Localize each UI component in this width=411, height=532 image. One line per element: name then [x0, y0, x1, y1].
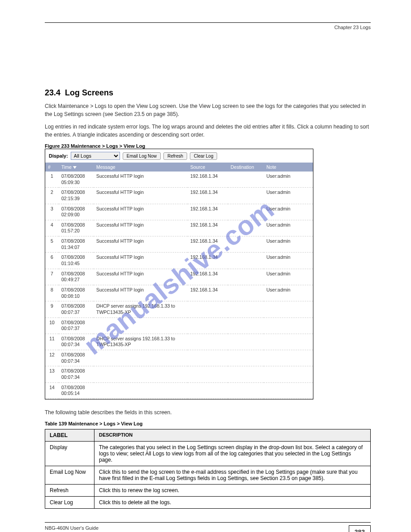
section-number: 23.4 [45, 88, 60, 97]
col-header-source[interactable]: Source [188, 163, 228, 172]
figure-caption: Figure 233 Maintenance > Logs > View Log [45, 143, 371, 149]
display-label: Dispaly: [49, 153, 68, 159]
cell-destination [228, 350, 264, 366]
cell-note [264, 366, 313, 382]
clear-log-button[interactable]: Clear Log [190, 152, 217, 160]
col-header-note[interactable]: Note [264, 163, 313, 172]
cell-message: Successful HTTP login [94, 172, 188, 188]
col-header-message[interactable]: Message [94, 163, 188, 172]
cell-time: 07/08/200802:09:00 [59, 204, 94, 220]
cell-num: 8 [45, 285, 59, 301]
page-footer: NBG-460N User's Guide 383 [45, 522, 371, 532]
cell-note: User:admin [264, 269, 313, 285]
footer-text: NBG-460N User's Guide [45, 525, 98, 531]
cell-message [94, 382, 188, 399]
cell-source [188, 350, 228, 366]
cell-note [264, 301, 313, 317]
cell-note: User:admin [264, 188, 313, 204]
cell-message [94, 317, 188, 334]
table-row: 807/08/200800:08:10Successful HTTP login… [45, 285, 313, 301]
table-row: 307/08/200802:09:00Successful HTTP login… [45, 204, 313, 220]
cell-message: Successful HTTP login [94, 285, 188, 301]
col-header-num[interactable]: # [45, 163, 59, 172]
cell-num: 1 [45, 172, 59, 188]
refresh-button[interactable]: Refresh [163, 152, 187, 160]
cell-num: 12 [45, 350, 59, 366]
page-number: 383 [349, 525, 371, 532]
cell-message: Successful HTTP login [94, 236, 188, 253]
cell-time: 07/08/200802:15:39 [59, 188, 94, 204]
table-row: Email Log NowClick this to send the log … [45, 466, 371, 484]
cell-source: 192.168.1.34 [188, 188, 228, 204]
cell-message: Successful HTTP login [94, 204, 188, 220]
cell-message: Successful HTTP login [94, 188, 188, 204]
cell-note: User:admin [264, 253, 313, 269]
cell-time: 07/08/200800:07:34 [59, 350, 94, 366]
cell-message [94, 366, 188, 382]
desc-text: The categories that you select in the Lo… [94, 441, 371, 466]
cell-source: 192.168.1.34 [188, 172, 228, 188]
section-intro-2: Log entries in red indicate system error… [45, 123, 371, 139]
cell-destination [228, 220, 264, 236]
cell-source: 192.168.1.34 [188, 220, 228, 236]
desc-head-desc: DESCRIPTION [94, 429, 371, 441]
cell-message [94, 350, 188, 366]
cell-source: 192.168.1.34 [188, 204, 228, 220]
cell-destination [228, 204, 264, 220]
table-row: 507/08/200801:34:07Successful HTTP login… [45, 236, 313, 253]
desc-label: Display [45, 441, 94, 466]
cell-num: 6 [45, 253, 59, 269]
cell-time: 07/08/200805:09:30 [59, 172, 94, 188]
table-row: Clear LogClick this to delete all the lo… [45, 496, 371, 508]
cell-num: 9 [45, 301, 59, 317]
cell-destination [228, 285, 264, 301]
cell-time: 07/08/200800:07:34 [59, 334, 94, 350]
cell-destination [228, 236, 264, 253]
screenshot: manualshive.com Dispaly: All Logs Email … [45, 149, 313, 399]
table-row: 607/08/200801:10:45Successful HTTP login… [45, 253, 313, 269]
cell-time: 07/08/200800:05:14 [59, 382, 94, 399]
cell-time: 07/08/200800:07:37 [59, 301, 94, 317]
desc-label: Refresh [45, 484, 94, 496]
cell-note: User:admin [264, 204, 313, 220]
table-row: 1007/08/200800:07:37 [45, 317, 313, 334]
cell-num: 7 [45, 269, 59, 285]
display-select[interactable]: All Logs [71, 152, 120, 160]
table-row: RefreshClick this to renew the log scree… [45, 484, 371, 496]
table-row: 407/08/200801:57:20Successful HTTP login… [45, 220, 313, 236]
cell-destination [228, 269, 264, 285]
cell-note: User:admin [264, 220, 313, 236]
top-rule [45, 22, 371, 23]
table-row: 1307/08/200800:07:34 [45, 366, 313, 382]
desc-text: Click this to delete all the logs. [94, 496, 371, 508]
cell-note [264, 334, 313, 350]
cell-message: DHCP server assigns 192.168.1.33 to TWPC… [94, 301, 188, 317]
sort-desc-icon [73, 166, 77, 169]
cell-num: 3 [45, 204, 59, 220]
table-row: DisplayThe categories that you select in… [45, 441, 371, 466]
section-title: Log Screens [65, 88, 113, 97]
desc-label: Clear Log [45, 496, 94, 508]
cell-destination [228, 188, 264, 204]
cell-note [264, 350, 313, 366]
cell-num: 5 [45, 236, 59, 253]
cell-message: Successful HTTP login [94, 220, 188, 236]
col-header-time[interactable]: Time [59, 163, 94, 172]
cell-source: 192.168.1.34 [188, 285, 228, 301]
cell-num: 10 [45, 317, 59, 334]
cell-num: 11 [45, 334, 59, 350]
desc-text: Click this to renew the log screen. [94, 484, 371, 496]
table-row: 1407/08/200800:05:14 [45, 382, 313, 399]
log-table: # Time Message Source Destination Note 1… [45, 163, 313, 399]
table-row: 1107/08/200800:07:34DHCP server assigns … [45, 334, 313, 350]
cell-time: 07/08/200800:07:37 [59, 317, 94, 334]
cell-message: DHCP server assigns 192.168.1.33 to TWPC… [94, 334, 188, 350]
email-log-button[interactable]: Email Log Now [123, 152, 161, 160]
cell-time: 07/08/200801:34:07 [59, 236, 94, 253]
description-table: LABEL DESCRIPTION DisplayThe categories … [45, 429, 371, 509]
cell-source [188, 317, 228, 334]
table-row: 107/08/200805:09:30Successful HTTP login… [45, 172, 313, 188]
cell-num: 13 [45, 366, 59, 382]
desc-intro: The following table describes the fields… [45, 408, 371, 416]
col-header-destination[interactable]: Destination [228, 163, 264, 172]
